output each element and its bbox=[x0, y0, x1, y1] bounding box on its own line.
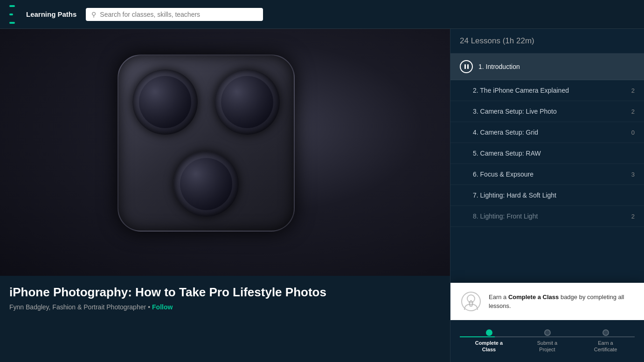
progress-dot-3 bbox=[602, 329, 609, 336]
course-author: Fynn Badgley, Fashion & Portrait Photogr… bbox=[9, 303, 146, 311]
course-info: iPhone Photography: How to Take Pro Life… bbox=[0, 276, 450, 315]
lesson-title: 1. Introduction bbox=[478, 63, 629, 70]
badge-icon bbox=[460, 290, 482, 313]
progress-dot-2 bbox=[544, 329, 551, 336]
badge-description: Earn a Complete a Class badge by complet… bbox=[489, 293, 635, 311]
lesson-item[interactable]: 2. The iPhone Camera Explained 2 bbox=[450, 80, 644, 101]
lens-inner-2 bbox=[221, 76, 273, 128]
lens-inner-3 bbox=[180, 158, 232, 210]
lesson-item[interactable]: 3. Camera Setup: Live Photo 2 bbox=[450, 101, 644, 122]
lesson-item[interactable]: 5. Camera Setup: RAW bbox=[450, 143, 644, 164]
right-panel: 24 Lessons (1h 22m) 1. Introduction 2. T… bbox=[450, 29, 644, 362]
lesson-duration: 3 bbox=[631, 171, 635, 178]
follow-button[interactable]: Follow bbox=[152, 303, 173, 311]
svg-marker-2 bbox=[469, 301, 473, 306]
logo-icon bbox=[9, 5, 15, 24]
lesson-item[interactable]: 7. Lighting: Hard & Soft Light bbox=[450, 185, 644, 206]
search-input[interactable] bbox=[100, 11, 257, 18]
pause-bar-1 bbox=[464, 64, 466, 69]
lesson-title: 5. Camera Setup: RAW bbox=[473, 150, 629, 157]
progress-step-2: Submit aProject bbox=[518, 329, 576, 353]
video-thumbnail bbox=[0, 29, 450, 276]
progress-label-3: Earn aCertificate bbox=[594, 340, 617, 353]
separator: • bbox=[148, 303, 150, 311]
progress-label-1: Complete aClass bbox=[475, 340, 503, 353]
lessons-duration: (1h 22m) bbox=[503, 36, 534, 45]
lesson-duration: 2 bbox=[631, 213, 635, 220]
lesson-title: 4. Camera Setup: Grid bbox=[473, 129, 626, 136]
svg-point-1 bbox=[467, 295, 475, 302]
lesson-item[interactable]: 4. Camera Setup: Grid 0 bbox=[450, 122, 644, 143]
header: Learning Paths ⚲ bbox=[0, 0, 644, 29]
progress-step-1: Complete aClass bbox=[460, 329, 518, 353]
lens-bottom-center bbox=[173, 151, 239, 217]
lens-inner-1 bbox=[139, 76, 191, 128]
lesson-playing-icon bbox=[460, 60, 473, 73]
progress-dot-1 bbox=[486, 329, 492, 336]
pause-bar-2 bbox=[467, 64, 469, 69]
progress-step-3: Earn aCertificate bbox=[576, 329, 635, 353]
lesson-title: 3. Camera Setup: Live Photo bbox=[473, 108, 626, 115]
logo-bar-1 bbox=[9, 5, 15, 7]
progress-tracker: Complete aClass Submit aProject Earn aCe… bbox=[450, 320, 644, 362]
lesson-duration: 0 bbox=[631, 129, 635, 136]
left-panel: iPhone Photography: How to Take Pro Life… bbox=[0, 29, 450, 362]
search-icon: ⚲ bbox=[91, 11, 96, 18]
camera-housing bbox=[118, 55, 295, 232]
lessons-header: 24 Lessons (1h 22m) bbox=[450, 29, 644, 54]
lesson-item[interactable]: 1. Introduction bbox=[450, 54, 644, 80]
lesson-title: 2. The iPhone Camera Explained bbox=[473, 87, 626, 94]
lesson-duration: 2 bbox=[631, 87, 635, 94]
badge-name: Complete a Class bbox=[508, 294, 559, 301]
learning-paths-link[interactable]: Learning Paths bbox=[26, 10, 76, 18]
camera-module bbox=[118, 55, 313, 250]
course-meta: Fynn Badgley, Fashion & Portrait Photogr… bbox=[9, 303, 441, 311]
lesson-title: 6. Focus & Expsoure bbox=[473, 171, 626, 178]
course-title: iPhone Photography: How to Take Pro Life… bbox=[9, 285, 441, 300]
lesson-title: 7. Lighting: Hard & Soft Light bbox=[473, 191, 629, 199]
logo-bar-3 bbox=[9, 22, 15, 24]
progress-label-2: Submit aProject bbox=[537, 340, 557, 353]
lens-top-left bbox=[132, 69, 198, 135]
lessons-count: 24 Lessons bbox=[460, 36, 500, 45]
lesson-item[interactable]: 8. Lighting: Front Light 2 bbox=[450, 206, 644, 227]
pause-icon bbox=[464, 64, 469, 69]
lesson-title: 8. Lighting: Front Light bbox=[473, 212, 626, 220]
logo-bar-2 bbox=[9, 14, 13, 15]
lesson-item[interactable]: 6. Focus & Expsoure 3 bbox=[450, 164, 644, 185]
video-container[interactable] bbox=[0, 29, 450, 276]
lesson-duration: 2 bbox=[631, 108, 635, 115]
search-bar: ⚲ bbox=[86, 8, 263, 21]
badge-popup: Earn a Complete a Class badge by complet… bbox=[450, 283, 644, 320]
lens-top-right bbox=[215, 69, 280, 135]
main-content: iPhone Photography: How to Take Pro Life… bbox=[0, 29, 644, 362]
